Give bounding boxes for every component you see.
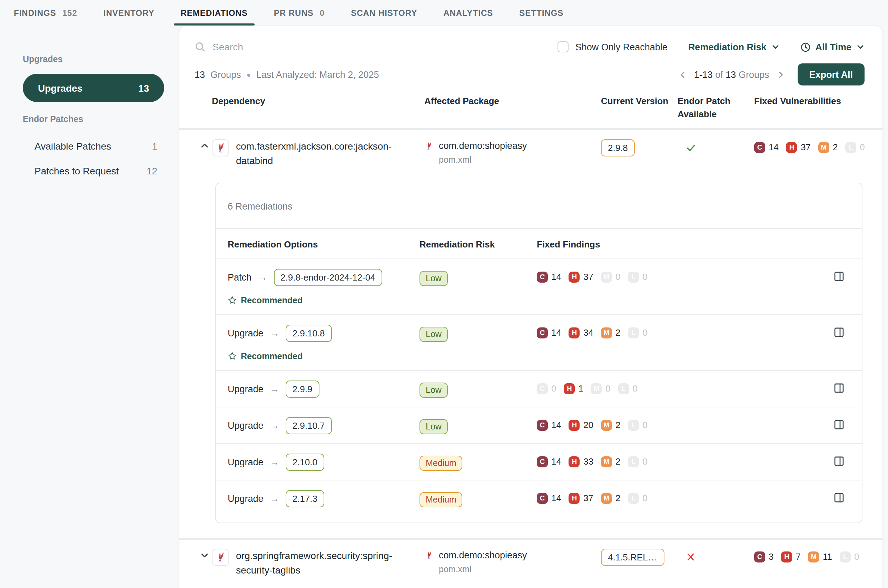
remediation-version-chip: 2.10.0 <box>286 453 324 471</box>
header-fixed-vulnerabilities: Fixed Vulnerabilities <box>754 95 869 121</box>
chevron-down-icon <box>200 550 209 560</box>
sidebar-section-upgrades: Upgrades <box>23 54 179 64</box>
remediation-row: Patch → 2.9.8-endor-2024-12-04 Recommend… <box>216 259 862 314</box>
affected-package-cell: com.demo:shopieasy pom.xml <box>424 139 601 164</box>
tab-pr-runs[interactable]: PR RUNS 0 <box>274 8 325 26</box>
time-filter-dropdown[interactable]: All Time <box>800 42 864 52</box>
table-header: Dependency Affected Package Current Vers… <box>179 95 882 130</box>
sidebar-item-patches-to-request[interactable]: Patches to Request 12 <box>23 159 164 183</box>
severity-m-badge: M2 <box>818 142 838 153</box>
severity-c-badge: C0 <box>537 383 556 394</box>
affected-package-cell: com.demo:shopieasy pom.xml <box>424 548 601 574</box>
recommended-tag: Recommended <box>228 296 420 305</box>
tab-count: 152 <box>62 8 77 17</box>
remediation-action: Upgrade <box>228 328 263 338</box>
time-filter-label: All Time <box>815 42 852 52</box>
remediation-action: Upgrade <box>228 384 263 394</box>
severity-l-badge: L0 <box>840 551 859 562</box>
open-side-panel-button[interactable] <box>834 419 844 430</box>
page-prev-button[interactable] <box>678 70 687 79</box>
current-version-chip: 2.9.8 <box>601 139 635 156</box>
sidebar: Upgrades Upgrades 13 Endor Patches Avail… <box>0 26 179 183</box>
checkbox-icon[interactable] <box>557 41 569 52</box>
fixed-findings: C14H37M2L0 <box>537 490 765 504</box>
severity-m-badge: M2 <box>601 456 620 467</box>
tab-findings[interactable]: FINDINGS 152 <box>14 8 77 26</box>
fixed-findings: C14H37M0L0 <box>537 268 765 282</box>
sidebar-item-upgrades[interactable]: Upgrades 13 <box>23 74 164 102</box>
side-panel-icon <box>834 455 844 466</box>
dependency-name: org.springframework.security:spring-secu… <box>236 548 410 578</box>
sidebar-item-count: 12 <box>147 165 157 177</box>
tab-scan-history[interactable]: SCAN HISTORY <box>351 8 417 26</box>
arrow-right-icon: → <box>258 272 267 283</box>
maven-icon <box>212 139 229 156</box>
sidebar-item-available-patches[interactable]: Available Patches 1 <box>23 134 164 159</box>
fixed-findings: C14H34M2L0 <box>537 324 765 338</box>
open-side-panel-button[interactable] <box>834 271 844 282</box>
toolbar-filters: Show Only Reachable Remediation Risk <box>557 41 864 52</box>
dependency-cell: com.fasterxml.jackson.core:jackson-datab… <box>212 139 424 168</box>
open-side-panel-button[interactable] <box>834 326 844 338</box>
tab-inventory[interactable]: INVENTORY <box>104 8 155 26</box>
remediation-version-chip: 2.9.10.7 <box>286 417 332 434</box>
severity-m-badge: M2 <box>601 492 620 504</box>
affected-package-name: com.demo:shopieasy <box>439 140 527 151</box>
top-nav: FINDINGS 152 INVENTORY REMEDIATIONS PR R… <box>0 0 888 26</box>
dependency-group-row: com.fasterxml.jackson.core:jackson-datab… <box>179 130 882 168</box>
search-input[interactable] <box>212 41 420 52</box>
severity-h-badge: H33 <box>569 456 593 467</box>
open-side-panel-button[interactable] <box>834 492 844 503</box>
remediation-version-chip: 2.9.8-endor-2024-12-04 <box>274 268 382 286</box>
tab-label: ANALYTICS <box>443 8 493 17</box>
maven-icon <box>424 550 433 560</box>
tab-remediations[interactable]: REMEDIATIONS <box>181 8 247 26</box>
side-panel-icon <box>834 271 844 282</box>
groups-summary: 13 Groups ● Last Analyzed: March 2, 2025 <box>194 69 379 80</box>
remediation-panel: 6 Remediations Remediation Options Remed… <box>215 182 862 523</box>
arrow-right-icon: → <box>270 327 280 339</box>
chevron-left-icon <box>678 70 687 79</box>
remediation-risk-dropdown[interactable]: Remediation Risk <box>688 42 780 52</box>
chevron-down-icon <box>856 43 864 51</box>
arrow-right-icon: → <box>270 420 280 431</box>
side-panel-icon <box>834 326 844 338</box>
star-icon <box>228 296 237 304</box>
show-only-reachable-toggle[interactable]: Show Only Reachable <box>557 41 668 52</box>
risk-chip: Low <box>420 326 448 342</box>
clock-icon <box>800 42 810 52</box>
page-next-button[interactable] <box>776 70 785 79</box>
risk-chip: Medium <box>420 492 463 507</box>
tab-analytics[interactable]: ANALYTICS <box>443 8 493 26</box>
tab-count: 0 <box>320 8 325 17</box>
tab-settings[interactable]: SETTINGS <box>519 8 563 26</box>
groups-word: Groups <box>211 69 241 80</box>
remediation-action: Upgrade <box>228 457 263 467</box>
severity-h-badge: H37 <box>569 492 593 504</box>
pagination: 1-13 of 13 Groups <box>678 69 785 80</box>
remediation-table-header: Remediation Options Remediation Risk Fix… <box>216 228 862 259</box>
severity-h-badge: H34 <box>569 327 593 338</box>
severity-c-badge: C14 <box>537 492 561 504</box>
remediation-row: Upgrade → 2.10.0 Medium C14H33M2L0 <box>216 443 862 479</box>
open-side-panel-button[interactable] <box>834 455 844 466</box>
severity-m-badge: M11 <box>808 551 832 562</box>
recommended-tag: Recommended <box>228 351 420 361</box>
remediation-version-chip: 2.9.10.8 <box>286 324 332 342</box>
last-analyzed: Last Analyzed: March 2, 2025 <box>256 69 379 80</box>
export-all-button[interactable]: Export All <box>797 63 864 86</box>
remediation-action: Upgrade <box>228 493 263 504</box>
header-remediation-risk: Remediation Risk <box>420 239 537 249</box>
severity-l-badge: L0 <box>628 420 647 430</box>
severity-c-badge: C14 <box>537 420 561 430</box>
maven-icon <box>424 141 433 150</box>
fixed-findings: C14H33M2L0 <box>537 453 765 467</box>
chevron-right-icon <box>776 70 785 79</box>
severity-l-badge: L0 <box>628 492 647 504</box>
severity-m-badge: M2 <box>601 327 620 338</box>
collapse-group-button[interactable] <box>200 141 212 150</box>
severity-l-badge: L0 <box>628 327 647 338</box>
open-side-panel-button[interactable] <box>834 382 844 393</box>
expand-group-button[interactable] <box>200 550 212 560</box>
chevron-down-icon <box>771 43 779 51</box>
